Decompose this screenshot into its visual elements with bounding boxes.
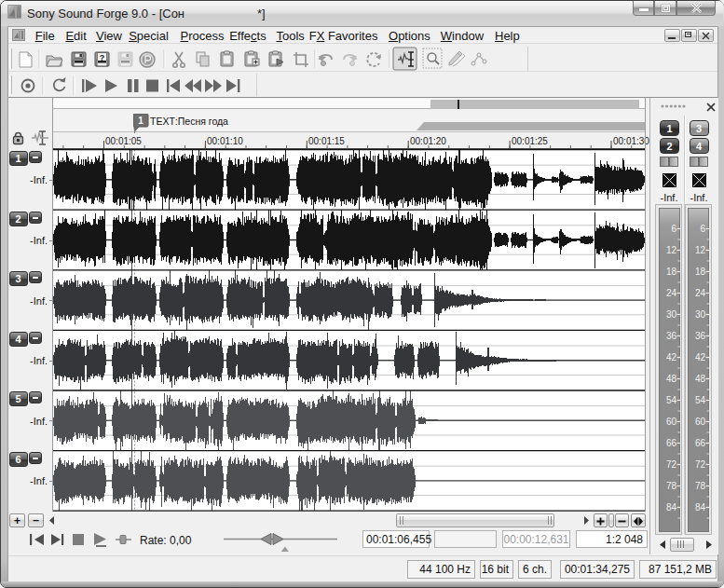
svg-text:42: 42 bbox=[665, 352, 676, 362]
svg-text:48: 48 bbox=[665, 374, 676, 384]
svg-text:30: 30 bbox=[695, 309, 706, 320]
svg-text:18: 18 bbox=[695, 267, 706, 277]
svg-text:84: 84 bbox=[665, 502, 676, 513]
svg-text:24: 24 bbox=[695, 288, 706, 298]
svg-text:78: 78 bbox=[695, 481, 706, 491]
svg-text:84: 84 bbox=[695, 502, 706, 513]
svg-text:72: 72 bbox=[695, 459, 706, 470]
svg-text:12: 12 bbox=[665, 245, 676, 255]
svg-text:42: 42 bbox=[695, 352, 706, 362]
svg-text:?: ? bbox=[100, 53, 105, 62]
svg-text:60: 60 bbox=[665, 417, 676, 427]
svg-text:78: 78 bbox=[665, 481, 676, 491]
svg-text:60: 60 bbox=[695, 417, 706, 427]
svg-text:54: 54 bbox=[695, 395, 706, 405]
svg-text:12: 12 bbox=[695, 245, 706, 255]
svg-text:6: 6 bbox=[701, 224, 706, 234]
svg-text:36: 36 bbox=[695, 331, 706, 341]
svg-text:6: 6 bbox=[671, 224, 676, 234]
svg-text:24: 24 bbox=[665, 288, 676, 298]
svg-text:48: 48 bbox=[695, 374, 706, 384]
svg-text:66: 66 bbox=[665, 438, 676, 448]
svg-text:30: 30 bbox=[665, 309, 676, 320]
svg-text:54: 54 bbox=[665, 395, 676, 405]
svg-text:72: 72 bbox=[665, 459, 676, 470]
svg-text:18: 18 bbox=[665, 267, 676, 277]
svg-text:66: 66 bbox=[695, 438, 706, 448]
svg-text:Rate: 0,00: Rate: 0,00 bbox=[140, 534, 192, 547]
svg-text:36: 36 bbox=[665, 331, 676, 341]
